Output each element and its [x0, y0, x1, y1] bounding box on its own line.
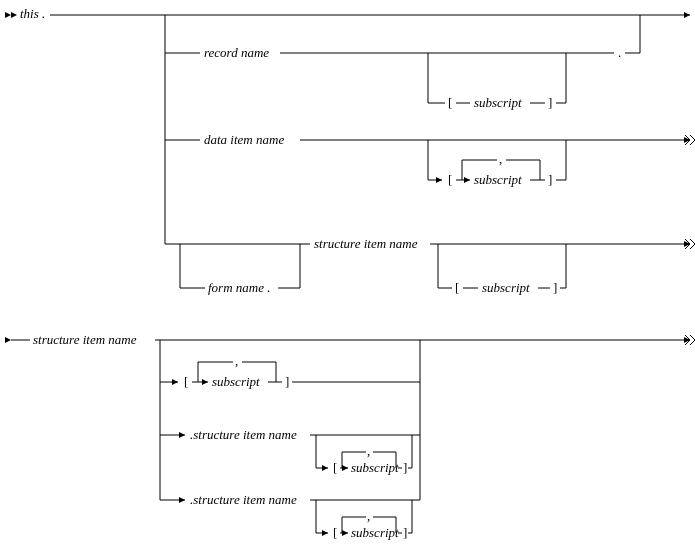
record-subscript-option: [ subscript ]	[428, 53, 566, 110]
lbracket: [	[455, 280, 459, 295]
syntax-diagram: this . record name . [ subscript ]	[0, 0, 695, 546]
record-name-label: record name	[204, 45, 269, 60]
data-item-name-label: data item name	[204, 132, 284, 147]
comma: ,	[367, 443, 370, 458]
lbracket: [	[448, 95, 452, 110]
cont-subscript-option: [ subscript ] ,	[160, 353, 420, 389]
cont-nested-1: .structure item name [ subscript ] ,	[160, 382, 420, 475]
lbracket: [	[184, 374, 188, 389]
record-subscript-label: subscript	[474, 95, 522, 110]
branch-data-item: data item name [ subscript ] ,	[165, 132, 695, 187]
rbracket: ]	[285, 374, 289, 389]
cont-nested2-subscript-label: subscript	[351, 525, 399, 540]
cont-subscript-label: subscript	[212, 374, 260, 389]
rbracket: ]	[403, 460, 407, 475]
comma: ,	[499, 151, 502, 166]
lbracket: [	[333, 525, 337, 540]
comma: ,	[367, 508, 370, 523]
branch-structure-item: structure item name form name . [ subscr…	[165, 236, 695, 295]
cont-nested1-label: .structure item name	[190, 427, 297, 442]
record-trailing-dot: .	[618, 45, 621, 60]
form-name-label: form name .	[208, 280, 270, 295]
cont-nested2-subscript: [ subscript ] ,	[316, 500, 412, 540]
data-item-subscript-label: subscript	[474, 172, 522, 187]
rbracket: ]	[548, 95, 552, 110]
rbracket: ]	[553, 280, 557, 295]
lbracket: [	[333, 460, 337, 475]
cont-structure-item-name: structure item name	[33, 332, 137, 347]
cont-nested2-label: .structure item name	[190, 492, 297, 507]
data-item-subscript-option: [ subscript ] ,	[428, 140, 566, 187]
lbracket: [	[448, 172, 452, 187]
structure-item-subscript-option: [ subscript ]	[438, 244, 566, 295]
start-marker	[5, 12, 17, 18]
structure-item-qualifier: form name .	[180, 244, 300, 295]
rbracket: ]	[403, 525, 407, 540]
comma: ,	[235, 353, 238, 368]
structure-item-name-label: structure item name	[314, 236, 418, 251]
rbracket: ]	[548, 172, 552, 187]
cont-nested1-subscript-label: subscript	[351, 460, 399, 475]
cont-nested1-subscript: [ subscript ] ,	[316, 435, 412, 475]
branch-record: record name . [ subscript ]	[165, 45, 640, 110]
cont-nested-2: .structure item name [ subscript ] ,	[160, 435, 420, 540]
start-label: this .	[20, 6, 45, 21]
structure-item-subscript-label: subscript	[482, 280, 530, 295]
continuation: structure item name [ subscript ] ,	[5, 332, 695, 540]
